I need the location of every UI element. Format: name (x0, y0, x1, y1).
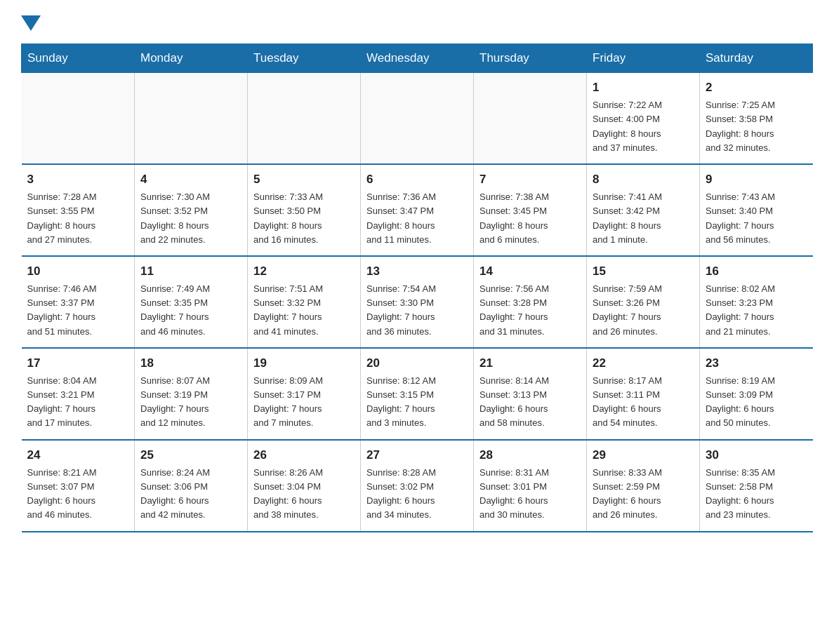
calendar-week-row: 1Sunrise: 7:22 AM Sunset: 4:00 PM Daylig… (22, 73, 813, 164)
day-number: 30 (706, 446, 807, 464)
calendar-cell (22, 73, 135, 164)
calendar-cell: 5Sunrise: 7:33 AM Sunset: 3:50 PM Daylig… (248, 164, 361, 256)
col-saturday: Saturday (700, 44, 813, 73)
calendar-week-row: 10Sunrise: 7:46 AM Sunset: 3:37 PM Dayli… (22, 256, 813, 348)
calendar-cell: 27Sunrise: 8:28 AM Sunset: 3:02 PM Dayli… (361, 440, 474, 532)
day-number: 7 (479, 170, 581, 189)
day-info: Sunrise: 8:12 AM Sunset: 3:15 PM Dayligh… (366, 374, 468, 431)
calendar-cell: 10Sunrise: 7:46 AM Sunset: 3:37 PM Dayli… (22, 256, 135, 348)
day-number: 25 (140, 446, 241, 464)
day-number: 24 (27, 446, 129, 464)
day-number: 3 (27, 170, 129, 189)
calendar-cell: 15Sunrise: 7:59 AM Sunset: 3:26 PM Dayli… (587, 256, 700, 348)
day-number: 29 (593, 446, 694, 464)
day-info: Sunrise: 8:35 AM Sunset: 2:58 PM Dayligh… (706, 466, 807, 523)
day-number: 26 (253, 446, 355, 464)
day-info: Sunrise: 7:59 AM Sunset: 3:26 PM Dayligh… (593, 282, 694, 339)
day-number: 22 (593, 354, 694, 373)
day-info: Sunrise: 7:43 AM Sunset: 3:40 PM Dayligh… (706, 190, 807, 247)
day-info: Sunrise: 8:28 AM Sunset: 3:02 PM Dayligh… (366, 466, 468, 523)
calendar-cell (361, 73, 474, 164)
calendar-cell (135, 73, 248, 164)
day-info: Sunrise: 7:36 AM Sunset: 3:47 PM Dayligh… (366, 190, 468, 247)
calendar-cell: 17Sunrise: 8:04 AM Sunset: 3:21 PM Dayli… (22, 348, 135, 440)
day-number: 19 (253, 354, 355, 373)
day-number: 11 (140, 262, 241, 281)
day-number: 27 (366, 446, 468, 464)
calendar-cell: 7Sunrise: 7:38 AM Sunset: 3:45 PM Daylig… (474, 164, 587, 256)
logo-triangle-icon (21, 15, 41, 31)
day-number: 5 (253, 170, 355, 189)
day-number: 8 (593, 170, 694, 189)
day-number: 13 (366, 262, 468, 281)
calendar-cell: 25Sunrise: 8:24 AM Sunset: 3:06 PM Dayli… (135, 440, 248, 532)
calendar-cell: 23Sunrise: 8:19 AM Sunset: 3:09 PM Dayli… (700, 348, 813, 440)
calendar-table: Sunday Monday Tuesday Wednesday Thursday… (21, 43, 813, 532)
calendar-cell: 6Sunrise: 7:36 AM Sunset: 3:47 PM Daylig… (361, 164, 474, 256)
day-number: 23 (706, 354, 807, 373)
day-info: Sunrise: 8:09 AM Sunset: 3:17 PM Dayligh… (253, 374, 355, 431)
calendar-cell: 14Sunrise: 7:56 AM Sunset: 3:28 PM Dayli… (474, 256, 587, 348)
day-info: Sunrise: 7:41 AM Sunset: 3:42 PM Dayligh… (593, 190, 694, 247)
day-number: 4 (140, 170, 241, 189)
col-friday: Friday (587, 44, 700, 73)
day-info: Sunrise: 8:07 AM Sunset: 3:19 PM Dayligh… (140, 374, 241, 431)
calendar-cell: 16Sunrise: 8:02 AM Sunset: 3:23 PM Dayli… (700, 256, 813, 348)
day-info: Sunrise: 7:28 AM Sunset: 3:55 PM Dayligh… (27, 190, 129, 247)
col-wednesday: Wednesday (361, 44, 474, 73)
day-info: Sunrise: 8:21 AM Sunset: 3:07 PM Dayligh… (27, 466, 129, 523)
col-sunday: Sunday (22, 44, 135, 73)
calendar-cell: 18Sunrise: 8:07 AM Sunset: 3:19 PM Dayli… (135, 348, 248, 440)
day-info: Sunrise: 8:14 AM Sunset: 3:13 PM Dayligh… (479, 374, 581, 431)
day-number: 2 (706, 79, 807, 97)
day-info: Sunrise: 7:30 AM Sunset: 3:52 PM Dayligh… (140, 190, 241, 247)
calendar-cell: 2Sunrise: 7:25 AM Sunset: 3:58 PM Daylig… (700, 73, 813, 164)
day-number: 10 (27, 262, 129, 281)
col-tuesday: Tuesday (248, 44, 361, 73)
calendar-cell: 13Sunrise: 7:54 AM Sunset: 3:30 PM Dayli… (361, 256, 474, 348)
day-info: Sunrise: 7:51 AM Sunset: 3:32 PM Dayligh… (253, 282, 355, 339)
calendar-cell (248, 73, 361, 164)
day-number: 20 (366, 354, 468, 373)
logo-blue-row (21, 14, 42, 31)
day-number: 14 (479, 262, 581, 281)
day-info: Sunrise: 7:54 AM Sunset: 3:30 PM Dayligh… (366, 282, 468, 339)
calendar-cell: 24Sunrise: 8:21 AM Sunset: 3:07 PM Dayli… (22, 440, 135, 532)
calendar-header-row: Sunday Monday Tuesday Wednesday Thursday… (22, 44, 813, 73)
page-header (21, 14, 813, 31)
logo (21, 14, 42, 31)
calendar-cell (474, 73, 587, 164)
day-info: Sunrise: 7:25 AM Sunset: 3:58 PM Dayligh… (706, 98, 807, 155)
day-info: Sunrise: 8:17 AM Sunset: 3:11 PM Dayligh… (593, 374, 694, 431)
calendar-cell: 28Sunrise: 8:31 AM Sunset: 3:01 PM Dayli… (474, 440, 587, 532)
day-number: 12 (253, 262, 355, 281)
day-number: 28 (479, 446, 581, 464)
calendar-cell: 29Sunrise: 8:33 AM Sunset: 2:59 PM Dayli… (587, 440, 700, 532)
day-info: Sunrise: 7:38 AM Sunset: 3:45 PM Dayligh… (479, 190, 581, 247)
calendar-cell: 30Sunrise: 8:35 AM Sunset: 2:58 PM Dayli… (700, 440, 813, 532)
day-info: Sunrise: 7:33 AM Sunset: 3:50 PM Dayligh… (253, 190, 355, 247)
day-info: Sunrise: 8:24 AM Sunset: 3:06 PM Dayligh… (140, 466, 241, 523)
day-info: Sunrise: 7:56 AM Sunset: 3:28 PM Dayligh… (479, 282, 581, 339)
day-number: 17 (27, 354, 129, 373)
day-info: Sunrise: 7:46 AM Sunset: 3:37 PM Dayligh… (27, 282, 129, 339)
calendar-cell: 22Sunrise: 8:17 AM Sunset: 3:11 PM Dayli… (587, 348, 700, 440)
day-info: Sunrise: 8:02 AM Sunset: 3:23 PM Dayligh… (706, 282, 807, 339)
col-thursday: Thursday (474, 44, 587, 73)
calendar-cell: 21Sunrise: 8:14 AM Sunset: 3:13 PM Dayli… (474, 348, 587, 440)
day-number: 15 (593, 262, 694, 281)
day-number: 1 (593, 79, 694, 97)
col-monday: Monday (135, 44, 248, 73)
calendar-cell: 1Sunrise: 7:22 AM Sunset: 4:00 PM Daylig… (587, 73, 700, 164)
day-info: Sunrise: 8:19 AM Sunset: 3:09 PM Dayligh… (706, 374, 807, 431)
calendar-cell: 11Sunrise: 7:49 AM Sunset: 3:35 PM Dayli… (135, 256, 248, 348)
day-info: Sunrise: 8:31 AM Sunset: 3:01 PM Dayligh… (479, 466, 581, 523)
day-info: Sunrise: 7:22 AM Sunset: 4:00 PM Dayligh… (593, 98, 694, 155)
calendar-cell: 20Sunrise: 8:12 AM Sunset: 3:15 PM Dayli… (361, 348, 474, 440)
day-info: Sunrise: 7:49 AM Sunset: 3:35 PM Dayligh… (140, 282, 241, 339)
day-number: 9 (706, 170, 807, 189)
day-number: 6 (366, 170, 468, 189)
calendar-cell: 12Sunrise: 7:51 AM Sunset: 3:32 PM Dayli… (248, 256, 361, 348)
calendar-cell: 8Sunrise: 7:41 AM Sunset: 3:42 PM Daylig… (587, 164, 700, 256)
calendar-cell: 9Sunrise: 7:43 AM Sunset: 3:40 PM Daylig… (700, 164, 813, 256)
